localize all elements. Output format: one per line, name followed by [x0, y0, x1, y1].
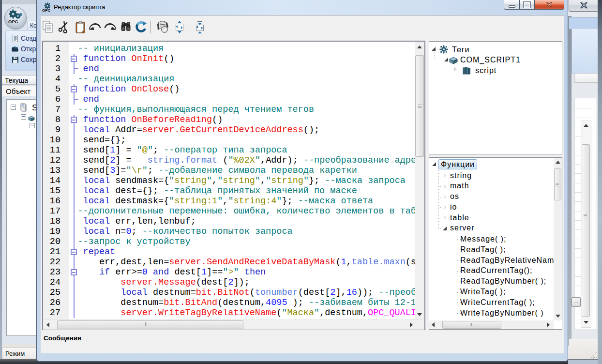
svg-text:OPC: OPC — [42, 8, 51, 12]
svg-text:OPC: OPC — [8, 19, 18, 24]
